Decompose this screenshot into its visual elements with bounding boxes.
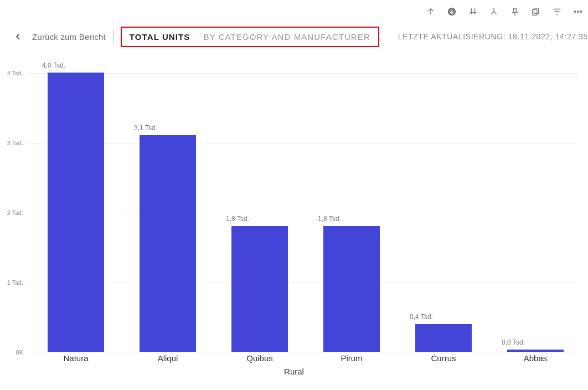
bar-natura[interactable]	[48, 73, 105, 352]
up-arrow-icon[interactable]	[425, 6, 436, 17]
bar-value-label: 0,4 Tsd.	[383, 313, 460, 321]
svg-rect-2	[533, 9, 537, 15]
down-arrow-filled-icon[interactable]	[446, 6, 457, 17]
tab-total-units[interactable]: TOTAL UNITS	[130, 32, 190, 42]
bar-pirum[interactable]	[323, 226, 380, 352]
y-axis-tick: 2 Tsd.	[0, 209, 23, 216]
y-axis-tick: 4 Tsd.	[0, 70, 23, 76]
plot-area: 4,0 Tsd.3,1 Tsd.1,8 Tsd.1,8 Tsd.0,4 Tsd.…	[27, 73, 578, 352]
x-axis-title: Rural	[0, 367, 588, 376]
svg-point-5	[580, 11, 582, 13]
x-axis-tick: Abbas	[497, 353, 574, 363]
header-row: Zurück zum Bericht TOTAL UNITS BY CATEGO…	[0, 25, 588, 48]
tabs-highlight-box: TOTAL UNITS BY CATEGORY AND MANUFACTURER	[121, 27, 379, 47]
tab-by-category-manufacturer[interactable]: BY CATEGORY AND MANUFACTURER	[203, 32, 370, 42]
x-axis-tick: Natura	[37, 353, 115, 363]
last-update-label: LETZTE AKTUALISIERUNG: 18.11.2022, 14:27…	[398, 32, 588, 41]
back-to-report-link[interactable]: Zurück zum Bericht	[32, 32, 106, 42]
x-axis-tick: Quibus	[221, 353, 298, 363]
double-down-icon[interactable]	[467, 6, 478, 17]
x-axis-tick: Aliqui	[129, 353, 207, 363]
svg-point-4	[577, 11, 579, 13]
grid-line	[27, 213, 578, 213]
y-axis-tick: 0K	[0, 349, 23, 356]
bar-aliqui[interactable]	[140, 135, 197, 352]
bar-currus[interactable]	[415, 324, 472, 352]
chart-toolbar	[425, 3, 588, 20]
bar-chart: 4,0 Tsd.3,1 Tsd.1,8 Tsd.1,8 Tsd.0,4 Tsd.…	[0, 62, 588, 383]
bar-value-label: 1,8 Tsd.	[199, 215, 276, 223]
filter-icon[interactable]	[551, 6, 563, 17]
back-icon[interactable]	[14, 33, 22, 40]
bar-value-label: 4,0 Tsd.	[15, 61, 92, 69]
bar-value-label: 3,1 Tsd.	[107, 124, 184, 132]
more-icon[interactable]	[572, 6, 584, 17]
bar-abbas[interactable]	[507, 350, 564, 352]
copy-icon[interactable]	[530, 6, 541, 17]
grid-line	[27, 143, 578, 143]
grid-line	[27, 283, 578, 283]
y-axis-tick: 1 Tsd.	[0, 279, 23, 286]
divider	[114, 29, 114, 44]
svg-point-3	[574, 11, 576, 13]
bar-value-label: 0,0 Tsd.	[474, 338, 552, 346]
y-axis-tick: 3 Tsd.	[0, 140, 23, 146]
grid-line	[27, 73, 578, 74]
branch-icon[interactable]	[488, 6, 499, 17]
svg-rect-1	[534, 8, 538, 14]
x-axis-tick: Currus	[405, 353, 482, 363]
bar-quibus[interactable]	[231, 226, 288, 352]
x-axis-tick: Pirum	[313, 353, 390, 363]
bar-value-label: 1,8 Tsd.	[291, 215, 368, 223]
pin-icon[interactable]	[509, 6, 520, 17]
